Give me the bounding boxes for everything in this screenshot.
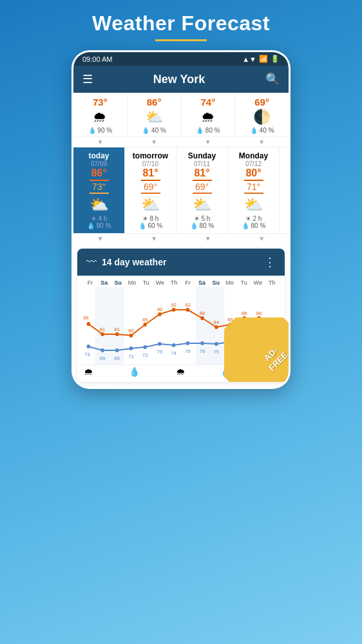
svg-point-5 — [129, 334, 133, 337]
page-title: Weather Forecast — [92, 12, 270, 35]
svg-point-32 — [115, 348, 119, 352]
svg-point-33 — [129, 346, 133, 350]
day-low-monday: 71° — [247, 182, 260, 192]
hourly-rain-2: 💧 80 % — [196, 127, 220, 134]
svg-point-9 — [186, 308, 190, 312]
day-label-today: today — [88, 151, 109, 160]
svg-point-36 — [172, 343, 176, 347]
weather14-more-icon[interactable]: ⋮ — [264, 255, 276, 269]
day-date-monday: 07/12 — [245, 160, 262, 167]
daily-item-monday: Monday 07/12 80° 71° ⛅ ☀ 2 h 💧 80 % — [228, 147, 280, 233]
svg-text:72: 72 — [142, 352, 148, 358]
status-icons: ▲▼ 📶 🔋 — [242, 55, 280, 63]
svg-text:69: 69 — [100, 355, 105, 361]
svg-point-4 — [115, 332, 119, 336]
day-date-sunday: 07/11 — [194, 160, 210, 167]
svg-point-2 — [87, 322, 91, 326]
svg-text:76: 76 — [200, 348, 205, 354]
day-icon-tomorrow: ⛅ — [141, 196, 160, 214]
chevron-0: ▼ — [97, 138, 104, 146]
day-icon-today: ⛅ — [90, 196, 109, 214]
day-high-sunday: 81° — [194, 167, 209, 179]
daily-chevron-1: ▼ — [151, 235, 157, 242]
day-low-sunday: 69° — [195, 182, 209, 192]
day-date-today: 07/09 — [91, 160, 107, 167]
day-sun-tomorrow: ☀ 8 h — [142, 215, 159, 222]
weather14-chart-icon: 〰 — [86, 256, 97, 268]
hourly-weather-icon-3: 🌓 — [253, 109, 271, 126]
svg-text:88: 88 — [200, 310, 205, 316]
svg-point-6 — [143, 323, 147, 327]
hourly-weather-icon-0: 🌧 — [93, 109, 107, 126]
search-icon[interactable]: 🔍 — [265, 72, 280, 86]
hourly-rain-3: 💧 40 % — [250, 127, 274, 134]
daily-item-tues: Tues 07/ 8 7 ⛅ ☀ 💧 — [280, 147, 289, 233]
status-bar: 09:00 AM ▲▼ 📶 🔋 — [73, 52, 289, 66]
day-label-tomorrow: tomorrow — [133, 151, 168, 160]
svg-point-8 — [172, 308, 176, 312]
svg-text:85: 85 — [142, 317, 148, 323]
hourly-strip: 73° 🌧 💧 90 % 86° ⛅ 💧 40 % 74° 🌧 💧 80 % 6… — [73, 93, 289, 137]
day-sun-sunday: ☀ 5 h — [194, 215, 211, 222]
hourly-temp-2: 74° — [201, 97, 216, 108]
day-label-sunday: Sunday — [188, 151, 216, 160]
weather14-title: 14 day weather — [102, 257, 166, 267]
svg-text:80: 80 — [128, 328, 134, 334]
day-high-today: 86° — [91, 167, 106, 179]
chevron-3: ▼ — [258, 138, 265, 146]
bottom-icon-1: 💧 — [129, 366, 140, 377]
svg-point-35 — [158, 342, 162, 346]
svg-text:81: 81 — [115, 327, 120, 332]
day-rain-tomorrow: 💧 60 % — [138, 222, 163, 229]
weather14-title-row: 〰 14 day weather — [86, 256, 166, 268]
svg-text:75: 75 — [157, 349, 162, 355]
phone-frame: 09:00 AM ▲▼ 📶 🔋 ☰ New York 🔍 73° 🌧 💧 90 … — [71, 50, 291, 389]
hourly-temp-1: 86° — [147, 97, 162, 108]
svg-text:88: 88 — [256, 310, 262, 316]
weather14-header: 〰 14 day weather ⋮ — [77, 249, 285, 276]
day-high-monday: 80° — [245, 167, 261, 179]
svg-text:81: 81 — [100, 327, 105, 332]
svg-point-38 — [200, 341, 204, 345]
day-icon-sunday: ⛅ — [193, 196, 212, 214]
day-labels-row: Fr Sa Su Mo Tu We Th Fr Sa Su Mo Tu We T… — [81, 278, 281, 287]
svg-point-37 — [186, 341, 190, 345]
status-time: 09:00 AM — [82, 55, 112, 63]
chevron-1: ▼ — [151, 138, 157, 146]
day-low-today: 73° — [92, 182, 106, 192]
day-date-tomorrow: 07/10 — [142, 160, 158, 167]
daily-item-tomorrow: tomorrow 07/10 81° 69° ⛅ ☀ 8 h 💧 60 % — [125, 147, 176, 233]
day-rain-monday: 💧 80 % — [242, 222, 266, 229]
svg-text:86: 86 — [83, 315, 88, 321]
svg-text:71: 71 — [128, 354, 133, 359]
bottom-icon-0: 🌧 — [84, 366, 93, 377]
svg-text:84: 84 — [214, 319, 220, 325]
day-icon-monday: ⛅ — [244, 196, 263, 214]
svg-point-31 — [100, 348, 104, 352]
hourly-temp-0: 73° — [93, 97, 108, 108]
chevron-2: ▼ — [205, 138, 211, 146]
ad-free-badge: AD-FREE — [224, 317, 289, 382]
day-low-tomorrow: 69° — [144, 182, 157, 192]
day-high-tomorrow: 81° — [142, 167, 158, 179]
app-header: ☰ New York 🔍 — [73, 66, 289, 93]
svg-point-7 — [158, 312, 162, 316]
hamburger-icon[interactable]: ☰ — [82, 72, 93, 86]
day-rain-today: 💧 90 % — [87, 222, 111, 229]
svg-point-11 — [214, 325, 218, 329]
hourly-temp-3: 69° — [254, 97, 269, 108]
svg-point-39 — [214, 342, 218, 346]
svg-text:69: 69 — [115, 355, 120, 361]
svg-text:90: 90 — [157, 307, 163, 312]
daily-chevron-3: ▼ — [258, 235, 265, 242]
svg-point-34 — [143, 345, 147, 349]
hourly-rain-1: 💧 40 % — [142, 127, 166, 134]
day-sun-today: ☀ 4 h — [91, 215, 108, 222]
svg-text:75: 75 — [214, 349, 219, 355]
svg-point-10 — [200, 316, 204, 320]
city-name: New York — [153, 73, 205, 86]
svg-text:92: 92 — [171, 302, 176, 308]
hourly-item-2: 74° 🌧 💧 80 % — [182, 93, 236, 137]
title-underline — [155, 39, 207, 41]
svg-text:74: 74 — [171, 350, 176, 356]
